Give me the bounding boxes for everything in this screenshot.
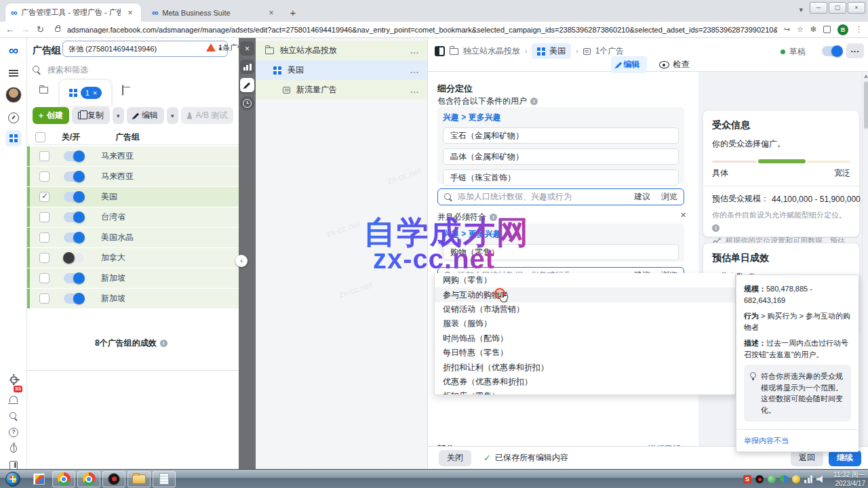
row-toggle[interactable] xyxy=(64,293,84,304)
select-all-checkbox[interactable] xyxy=(35,132,45,142)
ads-reporting-gauge-icon[interactable] xyxy=(5,110,22,126)
adsets-tab-active[interactable]: 1 × xyxy=(60,80,111,106)
interest-path-link[interactable]: 兴趣 > 更多兴趣 xyxy=(443,112,679,123)
breadcrumb-campaign[interactable]: 独立站水晶投放 xyxy=(463,45,520,57)
extensions-icon[interactable]: ❇ xyxy=(810,25,816,34)
duplicate-button[interactable]: 复制 xyxy=(72,107,110,124)
forward-icon[interactable]: → xyxy=(21,25,30,34)
browse-link[interactable]: 浏览 xyxy=(661,191,677,203)
taskbar-paint-app[interactable] xyxy=(27,471,50,487)
taskbar-clock[interactable]: 11:32 周一 2023/4/17 xyxy=(833,471,865,488)
row-checkbox[interactable] xyxy=(39,171,50,182)
row-toggle[interactable] xyxy=(64,253,84,263)
interest-pill[interactable]: 晶体（金属和矿物） xyxy=(443,148,679,165)
browser-menu-icon[interactable]: ⋮ xyxy=(855,25,863,34)
back-icon[interactable]: ← xyxy=(5,25,14,34)
row-checkbox[interactable] xyxy=(39,212,50,222)
notifications-bell-icon[interactable]: 33 xyxy=(5,390,22,407)
new-tab-button[interactable]: + xyxy=(285,5,301,20)
refresh-icon[interactable]: ↻ xyxy=(37,25,44,34)
scrollbar-thumb[interactable] xyxy=(864,81,868,129)
adset-row[interactable]: 马来西亚 xyxy=(27,167,239,187)
row-checkbox[interactable] xyxy=(39,253,50,263)
adset-row[interactable]: 新加坡 xyxy=(27,289,239,309)
row-toggle[interactable] xyxy=(64,273,84,283)
bug-report-icon[interactable] xyxy=(5,441,22,457)
tray-update-icon[interactable] xyxy=(792,475,800,483)
bookmark-star-icon[interactable]: ☆ xyxy=(797,25,804,34)
share-icon[interactable]: ↪ xyxy=(784,25,790,34)
browser-tab-ads-manager[interactable]: ∞ 广告管理工具 - 管理广告 - 广告 × xyxy=(5,3,141,22)
interest-pill[interactable]: 手链（珠宝首饰） xyxy=(443,169,679,186)
row-toggle[interactable] xyxy=(64,192,84,202)
tab-close-icon[interactable]: × xyxy=(125,7,136,18)
adset-row[interactable]: 新加坡 xyxy=(27,268,239,289)
row-toggle[interactable] xyxy=(64,151,84,161)
dropdown-item[interactable]: 折扣和让利（优惠券和折扣） xyxy=(435,360,735,374)
row-checkbox[interactable] xyxy=(39,151,50,161)
adset-active-toggle[interactable] xyxy=(822,46,842,56)
adset-row[interactable]: 美国 xyxy=(27,187,239,207)
tray-recorder-icon[interactable] xyxy=(755,475,764,483)
adset-row[interactable]: 台湾省 xyxy=(27,207,239,228)
breadcrumb-adset-chip[interactable]: 美国 xyxy=(532,43,571,59)
campaigns-grid-icon[interactable] xyxy=(5,130,22,146)
ads-tab[interactable] xyxy=(122,85,123,95)
collapse-panel-icon[interactable] xyxy=(435,46,445,56)
tab-close-icon[interactable]: × xyxy=(266,7,277,18)
taskbar-chrome-2[interactable] xyxy=(77,471,100,487)
browser-profile-frame-icon[interactable] xyxy=(823,26,831,33)
history-clock-icon[interactable] xyxy=(240,96,254,110)
tray-volume-icon[interactable] xyxy=(816,475,825,483)
close-button[interactable]: 关闭 xyxy=(439,450,471,466)
campaign-menu-icon[interactable]: ... xyxy=(410,46,419,56)
remove-group-icon[interactable]: × xyxy=(680,209,686,220)
tree-campaign-row[interactable]: 独立站水晶投放 ... xyxy=(256,41,427,60)
dropdown-item[interactable]: 服装（服饰） xyxy=(435,317,735,331)
tray-s-icon[interactable] xyxy=(743,475,751,483)
help-icon[interactable] xyxy=(5,424,22,441)
targeting-search-input[interactable]: 添加人口统计数据、兴趣或行为 建议 浏览 xyxy=(437,188,684,205)
row-toggle[interactable] xyxy=(64,171,84,182)
adset-menu-icon[interactable]: ... xyxy=(410,66,419,75)
edit-pencil-icon[interactable] xyxy=(240,78,254,92)
user-avatar[interactable] xyxy=(5,87,22,103)
tab-edit[interactable]: 编辑 xyxy=(611,56,647,73)
dropdown-item[interactable]: 优惠券（优惠券和折扣） xyxy=(435,375,735,389)
journal-icon[interactable] xyxy=(5,457,22,469)
tree-adset-row[interactable]: 美国 ... xyxy=(256,60,427,80)
warning-text[interactable]: 1条广告 xyxy=(218,43,239,53)
adset-name[interactable]: 美国水晶 xyxy=(101,232,134,243)
clear-selection-icon[interactable]: × xyxy=(93,89,97,97)
dropdown-item[interactable]: 折扣店（零售） xyxy=(435,389,735,395)
selected-count-pill[interactable]: 1 × xyxy=(81,87,102,99)
back-button[interactable]: 返回 xyxy=(791,450,823,466)
row-checkbox[interactable] xyxy=(39,273,50,283)
adset-name[interactable]: 美国 xyxy=(101,191,117,203)
vertical-scrollbar[interactable] xyxy=(862,38,868,469)
collapse-chevron-icon[interactable]: ‹ xyxy=(235,255,248,267)
ab-test-button[interactable]: A/B 测试 xyxy=(181,107,234,124)
edit-menu-button[interactable]: ▾ xyxy=(167,107,178,124)
dropdown-item[interactable]: 促销活动（市场营销） xyxy=(435,302,735,317)
account-selector[interactable]: 张弛 (2758014694419946) ▾ xyxy=(62,41,228,57)
close-flyout-icon[interactable]: × xyxy=(240,41,254,56)
scroll-up-icon[interactable] xyxy=(864,75,868,78)
charts-icon[interactable] xyxy=(240,60,254,74)
row-checkbox[interactable] xyxy=(39,232,50,243)
tray-green-icon[interactable] xyxy=(768,475,776,483)
tree-ad-row[interactable]: 新流量广告 ... xyxy=(256,80,427,100)
adset-name[interactable]: 新加坡 xyxy=(101,293,125,304)
dropdown-item[interactable]: 网购（零售） xyxy=(435,273,735,287)
dropdown-item[interactable]: 每日特惠（零售） xyxy=(435,346,735,360)
row-checkbox[interactable] xyxy=(39,192,50,202)
search-icon[interactable] xyxy=(5,408,22,424)
adset-row[interactable]: 美国水晶 xyxy=(27,228,239,248)
window-close-button[interactable]: × xyxy=(848,2,865,14)
adset-name[interactable]: 新加坡 xyxy=(101,272,125,284)
create-button[interactable]: +创建 xyxy=(33,107,69,124)
adset-name[interactable]: 马来西亚 xyxy=(101,150,134,162)
tab-search-chevron-icon[interactable]: ▾ xyxy=(799,5,803,14)
window-minimize-button[interactable]: ─ xyxy=(810,2,827,14)
interest-path-link[interactable]: 兴趣 > 更多兴趣 xyxy=(443,228,679,240)
